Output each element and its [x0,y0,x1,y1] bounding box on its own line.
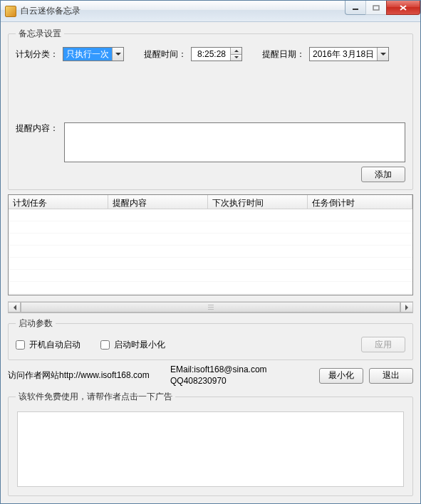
minimize-icon [352,4,359,11]
titlebar: 白云迷你备忘录 [1,1,420,22]
col-remind-content[interactable]: 提醒内容 [108,195,208,209]
remind-date-picker[interactable]: 2016年 3月18日 [309,47,389,61]
start-minimized-label: 启动时最小化 [114,339,165,351]
scroll-right-button[interactable] [400,302,412,313]
col-next-time[interactable]: 下次执行时间 [208,195,308,209]
exit-button[interactable]: 退出 [369,368,413,384]
author-qq: QQ408230970 [170,376,313,387]
plan-category-select[interactable]: 只执行一次 [63,47,124,61]
remind-date-label: 提醒日期： [262,48,305,61]
remind-date-value: 2016年 3月18日 [310,48,377,61]
col-plan-task[interactable]: 计划任务 [9,195,108,209]
start-minimized-checkbox-input[interactable] [100,340,110,350]
remind-content-label: 提醒内容： [16,122,58,135]
author-email: EMail:isoft168@sina.com [170,364,313,376]
chevron-down-icon [112,48,123,61]
app-icon [5,6,16,17]
listview-body[interactable] [9,209,412,295]
chevron-down-icon [377,48,388,61]
plan-category-value: 只执行一次 [63,48,112,61]
close-window-button[interactable] [386,1,420,15]
autostart-checkbox-input[interactable] [16,340,25,350]
author-contact: EMail:isoft168@sina.com QQ408230970 [170,364,313,387]
startup-legend: 启动参数 [16,317,56,330]
svg-rect-1 [373,6,379,10]
task-listview[interactable]: 计划任务 提醒内容 下次执行时间 任务倒计时 [8,194,413,295]
footer-info-row: 访问作者网站http://www.isoft168.com EMail:isof… [8,364,413,387]
autostart-checkbox[interactable]: 开机自动启动 [16,339,80,351]
ad-group: 该软件免费使用，请帮作者点击一下广告 [8,391,413,496]
memo-settings-legend: 备忘录设置 [16,28,64,40]
scroll-thumb[interactable] [21,302,400,313]
close-icon [399,4,407,11]
memo-settings-group: 备忘录设置 计划分类： 只执行一次 提醒时间： 8:25:28 提醒日期 [8,28,413,190]
col-countdown[interactable]: 任务倒计时 [308,195,412,209]
time-spin-down[interactable] [231,55,241,61]
add-button[interactable]: 添加 [361,167,405,182]
ad-legend: 该软件免费使用，请帮作者点击一下广告 [16,391,175,403]
maximize-window-button[interactable] [365,1,387,15]
minimize-button[interactable]: 最小化 [319,368,363,384]
author-site-link[interactable]: 访问作者网站http://www.isoft168.com [8,369,165,382]
listview-header: 计划任务 提醒内容 下次执行时间 任务倒计时 [9,195,412,209]
apply-button[interactable]: 应用 [361,337,405,352]
horizontal-scrollbar[interactable] [8,301,413,313]
ad-area[interactable] [17,411,404,487]
window-title: 白云迷你备忘录 [21,5,80,17]
time-spin-up[interactable] [231,48,241,55]
remind-content-textarea[interactable] [64,122,405,162]
startup-params-group: 启动参数 开机自动启动 启动时最小化 应用 [8,317,413,360]
maximize-icon [373,4,380,11]
remind-time-input[interactable]: 8:25:28 [191,47,242,61]
remind-time-value: 8:25:28 [192,48,230,61]
window-controls [345,1,420,15]
remind-time-label: 提醒时间： [144,48,187,61]
start-minimized-checkbox[interactable]: 启动时最小化 [100,339,165,351]
minimize-window-button[interactable] [345,1,366,15]
plan-category-label: 计划分类： [16,48,58,61]
autostart-label: 开机自动启动 [29,339,80,351]
scroll-left-button[interactable] [9,302,21,313]
